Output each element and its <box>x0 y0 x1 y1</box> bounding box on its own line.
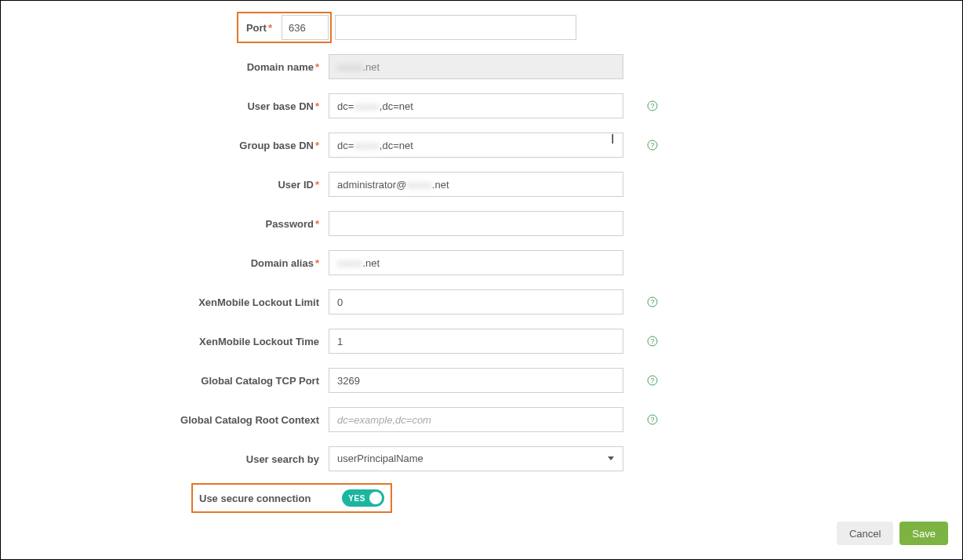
row-domain-name: Domain name* xxxxx.net <box>1 54 962 79</box>
row-password: Password* <box>1 211 962 236</box>
user-id-input[interactable]: administrator@xxxxx.net <box>329 172 623 197</box>
catalog-tcp-input[interactable] <box>329 368 623 393</box>
label-user-search: User search by <box>1 453 329 465</box>
label-user-base-dn: User base DN* <box>1 100 329 112</box>
domain-name-input[interactable]: xxxxx.net <box>329 54 623 79</box>
help-icon[interactable]: ? <box>647 100 658 111</box>
form-container: Port* Domain name* xxxxx.net User base D… <box>0 0 963 560</box>
catalog-root-input[interactable] <box>329 407 623 432</box>
svg-text:?: ? <box>650 298 654 306</box>
highlight-port: Port* <box>237 12 332 43</box>
row-catalog-tcp: Global Catalog TCP Port ? <box>1 368 962 393</box>
row-catalog-root: Global Catalog Root Context ? <box>1 407 962 432</box>
label-lockout-time: XenMobile Lockout Time <box>1 336 329 347</box>
help-icon[interactable]: ? <box>647 296 658 307</box>
label-domain-name: Domain name* <box>1 61 329 73</box>
row-secure-connection: Use secure connection YES <box>1 485 962 511</box>
row-domain-alias: Domain alias* xxxxx.net <box>1 250 962 275</box>
row-group-base-dn: Group base DN* dc=xxxxx,dc=net ? <box>1 133 962 158</box>
row-lockout-limit: XenMobile Lockout Limit ? <box>1 289 962 315</box>
label-lockout-limit: XenMobile Lockout Limit <box>1 296 329 308</box>
label-domain-alias: Domain alias* <box>1 257 329 269</box>
label-user-id: User ID* <box>1 179 329 191</box>
domain-alias-input[interactable]: xxxxx.net <box>329 250 623 275</box>
cancel-button[interactable]: Cancel <box>837 522 893 545</box>
required-marker: * <box>315 140 319 151</box>
highlight-secure: Use secure connection YES <box>191 483 392 513</box>
save-button[interactable]: Save <box>899 522 948 545</box>
required-marker: * <box>268 22 272 34</box>
help-icon[interactable]: ? <box>647 336 658 347</box>
label-password: Password* <box>1 218 329 230</box>
secure-connection-toggle[interactable]: YES <box>342 489 384 507</box>
lockout-limit-input[interactable] <box>329 289 623 315</box>
svg-text:?: ? <box>650 337 654 345</box>
svg-text:?: ? <box>650 102 654 110</box>
required-marker: * <box>315 100 319 112</box>
user-base-dn-input[interactable]: dc=xxxxx,dc=net <box>329 93 623 118</box>
row-lockout-time: XenMobile Lockout Time ? <box>1 329 962 354</box>
svg-text:?: ? <box>650 141 654 149</box>
label-group-base-dn: Group base DN* <box>1 140 329 151</box>
group-base-dn-input[interactable]: dc=xxxxx,dc=net <box>329 133 623 158</box>
required-marker: * <box>315 218 319 230</box>
help-icon[interactable]: ? <box>647 414 658 425</box>
required-marker: * <box>315 257 319 269</box>
help-icon[interactable]: ? <box>647 375 658 386</box>
svg-text:?: ? <box>650 376 654 384</box>
required-marker: * <box>315 179 319 191</box>
svg-text:?: ? <box>650 416 654 424</box>
chevron-down-icon <box>608 456 614 460</box>
user-search-select[interactable]: userPrincipalName <box>329 446 623 471</box>
lockout-time-input[interactable] <box>329 329 623 354</box>
label-catalog-root: Global Catalog Root Context <box>1 414 329 426</box>
port-extra-input[interactable] <box>335 15 576 40</box>
row-user-id: User ID* administrator@xxxxx.net <box>1 172 962 197</box>
footer-buttons: Cancel Save <box>837 522 948 545</box>
row-port: Port* <box>1 15 962 40</box>
help-icon[interactable]: ? <box>647 140 658 151</box>
row-user-search: User search by userPrincipalName <box>1 446 962 471</box>
label-catalog-tcp: Global Catalog TCP Port <box>1 375 329 387</box>
port-input[interactable] <box>282 15 329 40</box>
required-marker: * <box>315 61 319 73</box>
row-user-base-dn: User base DN* dc=xxxxx,dc=net ? <box>1 93 962 118</box>
label-secure-connection: Use secure connection <box>199 493 311 504</box>
password-input[interactable] <box>329 211 623 236</box>
label-port: Port* <box>246 22 282 34</box>
